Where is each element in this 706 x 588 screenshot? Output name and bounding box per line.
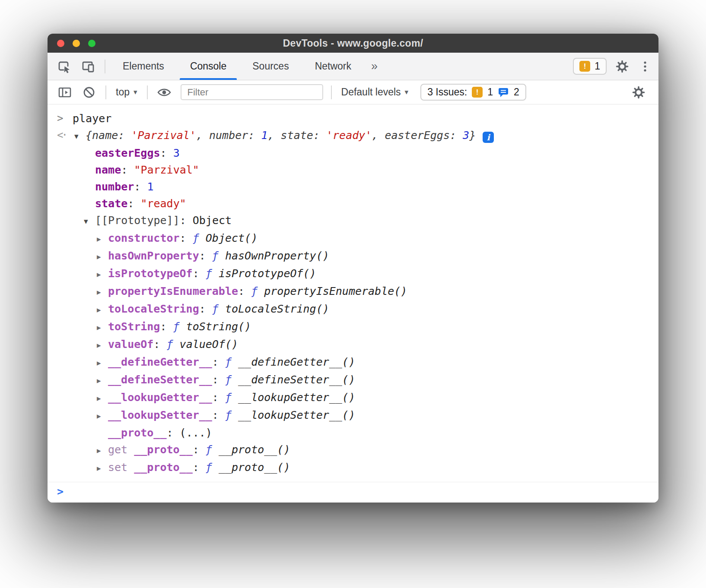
console-token: ƒ: [206, 461, 219, 474]
console-token: isPrototypeOf(): [219, 267, 316, 280]
console-token: :: [180, 214, 193, 227]
console-line: ▾[[Prototype]]: Object: [48, 212, 658, 230]
console-token: :: [212, 409, 225, 421]
console-token: :: [313, 129, 326, 142]
console-token: __defineGetter__(): [238, 356, 355, 368]
console-token: :: [248, 129, 261, 142]
execution-context-selector[interactable]: top ▾: [111, 86, 143, 98]
more-tabs-button[interactable]: »: [364, 53, 385, 80]
traffic-lights: [57, 34, 104, 53]
prompt-chevron-icon: >: [57, 485, 64, 498]
disclosure-triangle-icon[interactable]: ▸: [97, 390, 108, 407]
disclosure-triangle-icon[interactable]: ▸: [97, 337, 108, 354]
disclosure-triangle-icon[interactable]: ▸: [97, 319, 108, 336]
console-token: easterEggs: [95, 147, 160, 159]
issues-message-count: 2: [514, 86, 519, 98]
minimize-window-button[interactable]: [73, 40, 80, 47]
console-output[interactable]: >player<·▾{name: 'Parzival', number: 1, …: [48, 104, 658, 477]
console-line: __proto__: (...): [48, 424, 658, 441]
console-token: ƒ: [166, 338, 179, 351]
console-token: :: [212, 373, 225, 386]
console-prompt-input[interactable]: >: [48, 482, 658, 502]
filter-input[interactable]: [181, 84, 323, 100]
disclosure-triangle-icon[interactable]: ▸: [97, 354, 108, 371]
console-token: :: [238, 285, 251, 297]
console-token: ƒ: [225, 391, 238, 404]
console-token: number: [95, 180, 134, 193]
console-line: ▸hasOwnProperty: ƒ hasOwnProperty(): [48, 247, 658, 265]
disclosure-triangle-icon[interactable]: ▸: [97, 231, 108, 247]
console-token: state: [281, 129, 313, 142]
disclosure-triangle-icon[interactable]: ▸: [97, 442, 108, 459]
settings-button[interactable]: [610, 59, 634, 74]
issues-message-icon: [498, 87, 509, 98]
console-token: ƒ: [225, 409, 238, 421]
disclosure-triangle-icon[interactable]: ▸: [97, 372, 108, 389]
console-token: :: [160, 147, 173, 159]
console-line: ▸toString: ƒ toString(): [48, 318, 658, 336]
inspect-element-button[interactable]: [52, 53, 76, 80]
console-token: isPrototypeOf: [108, 267, 193, 280]
main-menu-button[interactable]: [638, 59, 652, 74]
tabbar-actions: ! 1: [573, 53, 658, 80]
console-token: :: [118, 129, 131, 142]
zoom-window-button[interactable]: [88, 40, 95, 47]
console-token: player: [73, 112, 111, 125]
tab-network[interactable]: Network: [302, 53, 364, 80]
disclosure-triangle-icon[interactable]: ▸: [97, 460, 108, 477]
console-token: ƒ: [225, 356, 238, 368]
issues-button[interactable]: 3 Issues: ! 1 2: [420, 84, 526, 101]
disclosure-triangle-icon[interactable]: ▾: [74, 128, 86, 145]
console-token: :: [199, 303, 212, 315]
tab-sources[interactable]: Sources: [239, 53, 302, 80]
console-line: ▸toLocaleString: ƒ toLocaleString(): [48, 300, 658, 318]
console-token: 'ready': [326, 129, 372, 142]
console-token: "ready": [140, 197, 186, 210]
console-line: >player: [48, 110, 658, 127]
disclosure-triangle-icon[interactable]: ▸: [97, 248, 108, 265]
console-token: :: [153, 338, 166, 351]
console-token: :: [199, 250, 212, 262]
console-token: toString: [108, 320, 160, 333]
log-level-selector[interactable]: Default levels ▾: [336, 86, 414, 98]
console-token: ,: [372, 129, 385, 142]
issues-error-count: 1: [487, 86, 493, 98]
context-label: top: [116, 86, 130, 98]
console-token: __lookupGetter__: [108, 391, 212, 404]
error-counter-button[interactable]: ! 1: [573, 58, 607, 75]
console-token: Object: [193, 214, 232, 227]
console-token: :: [160, 320, 173, 333]
console-line: state: "ready": [48, 195, 658, 212]
devtools-window: DevTools - www.google.com/ Elements Cons…: [48, 34, 658, 503]
console-token: ,: [196, 129, 209, 142]
device-toolbar-button[interactable]: [76, 53, 100, 80]
separator: [147, 85, 148, 99]
console-token: {: [86, 129, 92, 142]
console-token: :: [134, 180, 147, 193]
console-token: number: [209, 129, 248, 142]
console-token: __lookupSetter__(): [238, 409, 355, 421]
disclosure-triangle-icon[interactable]: ▸: [97, 408, 108, 424]
clear-console-button[interactable]: [77, 85, 101, 100]
disclosure-triangle-icon[interactable]: ▾: [84, 213, 95, 230]
disclosure-triangle-icon[interactable]: ▸: [97, 266, 108, 283]
console-token: name: [95, 164, 121, 176]
console-token: ƒ: [173, 320, 186, 333]
info-icon[interactable]: i: [483, 132, 494, 143]
console-token: 1: [261, 129, 267, 142]
tab-console[interactable]: Console: [177, 53, 239, 80]
console-token: __proto__: [134, 461, 192, 474]
console-settings-button[interactable]: [626, 85, 651, 100]
tab-elements[interactable]: Elements: [110, 53, 177, 80]
disclosure-triangle-icon[interactable]: ▸: [97, 284, 108, 300]
close-window-button[interactable]: [57, 40, 64, 47]
window-titlebar[interactable]: DevTools - www.google.com/: [48, 34, 658, 53]
kebab-menu-icon: [642, 59, 648, 74]
console-line: easterEggs: 3: [48, 145, 658, 161]
tab-label: Console: [190, 60, 226, 72]
console-sidebar-button[interactable]: [53, 85, 77, 100]
console-token: __proto__: [108, 427, 166, 439]
console-token: __proto__(): [219, 443, 290, 456]
create-live-expression-button[interactable]: [152, 86, 176, 99]
disclosure-triangle-icon[interactable]: ▸: [97, 301, 108, 318]
